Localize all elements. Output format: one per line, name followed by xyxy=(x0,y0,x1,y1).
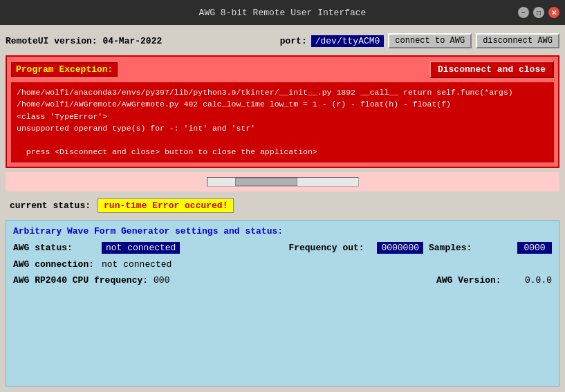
awg-cpu-left: AWG RP2040 CPU frequency: 000 xyxy=(13,275,169,286)
minimize-button[interactable]: − xyxy=(518,7,529,18)
awg-status-value: not connected xyxy=(102,242,180,254)
awg-version-label: AWG Version: xyxy=(436,275,519,286)
error-panel: Program Exception: Disconnect and close … xyxy=(6,55,559,168)
error-title: Program Exception: xyxy=(11,62,118,77)
title-bar: AWG 8-bit Remote User Interface − □ ✕ xyxy=(0,0,565,25)
scroll-area xyxy=(6,172,559,192)
maximize-button[interactable]: □ xyxy=(533,7,544,18)
window-title: AWG 8-bit Remote User Interface xyxy=(199,8,367,18)
scrollbar-thumb[interactable] xyxy=(235,178,297,186)
connect-button[interactable]: connect to AWG xyxy=(388,33,472,48)
port-area: port: /dev/ttyACM0 connect to AWG discon… xyxy=(280,33,559,48)
window-controls: − □ ✕ xyxy=(518,7,559,18)
close-button[interactable]: ✕ xyxy=(548,7,559,18)
scrollbar-track[interactable] xyxy=(207,177,359,187)
connection-label: AWG connection: xyxy=(13,259,96,270)
error-line-3: <class 'TypeError'> xyxy=(17,112,107,121)
top-bar: RemoteUI version: 04-Mar-2022 port: /dev… xyxy=(6,30,559,51)
connection-value: not connected xyxy=(102,259,172,270)
main-content: RemoteUI version: 04-Mar-2022 port: /dev… xyxy=(0,25,565,392)
awg-cpu-right: AWG Version: 0.0.0 xyxy=(436,275,552,286)
status-label: current status: xyxy=(10,200,91,211)
error-line-5: press <Disconnect and close> button to c… xyxy=(17,147,317,156)
cpu-value: 000 xyxy=(154,275,169,286)
awg-connection-row: AWG connection: not connected xyxy=(13,259,552,270)
awg-status-row: AWG status: not connected Frequency out:… xyxy=(13,242,552,254)
disconnect-button[interactable]: disconnect AWG xyxy=(476,33,559,48)
status-bar: current status: run-time Error occured! xyxy=(6,196,559,216)
error-text-area: /home/wolfi/anaconda3/envs/py397/lib/pyt… xyxy=(11,82,554,162)
error-header-row: Program Exception: Disconnect and close xyxy=(11,61,554,78)
status-value: run-time Error occured! xyxy=(98,198,234,213)
port-value: /dev/ttyACM0 xyxy=(311,35,385,47)
awg-version-value: 0.0.0 xyxy=(525,275,552,286)
version-label: RemoteUI version: 04-Mar-2022 xyxy=(6,36,162,46)
frequency-label: Frequency out: xyxy=(288,243,371,253)
disconnect-close-button[interactable]: Disconnect and close xyxy=(429,61,554,78)
error-line-1: /home/wolfi/anaconda3/envs/py397/lib/pyt… xyxy=(17,88,513,97)
awg-panel: Arbitrary Wave Form Generator settings a… xyxy=(6,220,559,387)
port-label: port: xyxy=(280,36,307,46)
error-line-4: unsupported operand type(s) for -: 'int'… xyxy=(17,124,255,133)
cpu-label: AWG RP2040 CPU frequency: xyxy=(13,275,148,286)
frequency-value: 0000000 xyxy=(377,242,423,254)
awg-panel-title: Arbitrary Wave Form Generator settings a… xyxy=(13,226,552,236)
awg-cpu-row: AWG RP2040 CPU frequency: 000 AWG Versio… xyxy=(13,275,552,286)
samples-value: 0000 xyxy=(517,242,552,254)
error-line-2: /home/wolfi/AWGremote/AWGremote.py 402 c… xyxy=(17,100,451,109)
samples-label: Samples: xyxy=(429,243,512,253)
awg-status-label: AWG status: xyxy=(13,243,96,253)
